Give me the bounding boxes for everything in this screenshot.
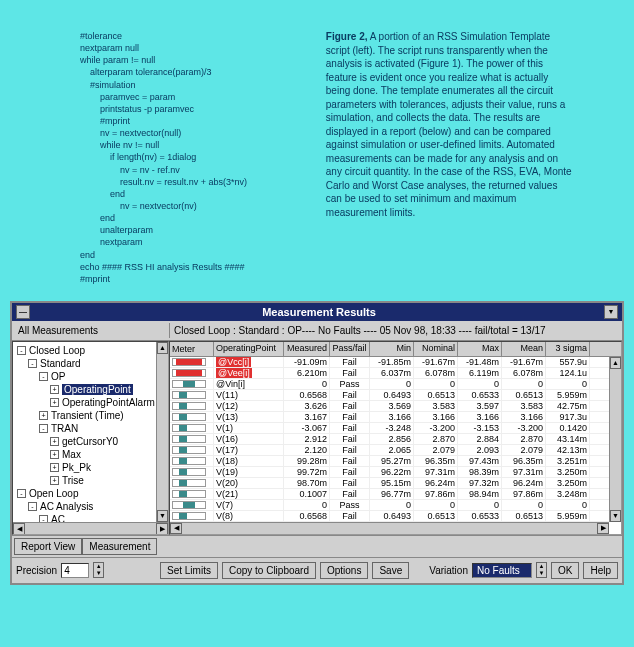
cell: 917.3u [546, 412, 590, 422]
column-header[interactable]: 3 sigma [546, 342, 590, 356]
set-limits-button[interactable]: Set Limits [160, 562, 218, 579]
tree-node[interactable]: +Trise [15, 474, 166, 487]
expand-collapse-icon[interactable]: + [50, 437, 59, 446]
scroll-up-icon[interactable]: ▲ [610, 357, 621, 369]
tree-node[interactable]: -Open Loop [15, 487, 166, 500]
column-header[interactable]: Pass/fail [330, 342, 370, 356]
cell: 97.43m [458, 456, 502, 466]
cell: 3.251m [546, 456, 590, 466]
expand-collapse-icon[interactable]: + [50, 385, 59, 394]
table-row[interactable]: V(11)0.6568Fail0.64930.65130.65330.65135… [170, 390, 609, 401]
expand-collapse-icon[interactable]: - [28, 359, 37, 368]
expand-collapse-icon[interactable]: - [39, 372, 48, 381]
tree-label: TRAN [51, 423, 78, 434]
results-grid[interactable]: MeterOperatingPointMeasuredPass/failMinN… [169, 341, 622, 535]
column-header[interactable]: Min [370, 342, 414, 356]
tree-node[interactable]: -AC Analysis [15, 500, 166, 513]
titlebar-dropdown-icon[interactable]: ▼ [604, 305, 618, 319]
tree-label: OperatingPoint [62, 384, 133, 395]
column-header[interactable]: OperatingPoint [214, 342, 284, 356]
table-row[interactable]: V(19)99.72mFail96.22m97.31m98.39m97.31m3… [170, 467, 609, 478]
tree-node[interactable]: -Standard [15, 357, 166, 370]
tree-node[interactable]: +Pk_Pk [15, 461, 166, 474]
tree-node[interactable]: +getCursorY0 [15, 435, 166, 448]
ok-button[interactable]: OK [551, 562, 579, 579]
cell: 6.078m [414, 368, 458, 378]
cell: 2.856 [370, 434, 414, 444]
tree-node[interactable]: +Transient (Time) [15, 409, 166, 422]
table-row[interactable]: V(16)2.912Fail2.8562.8702.8842.87043.14m [170, 434, 609, 445]
variation-spinner[interactable]: ▲▼ [536, 562, 547, 578]
table-row[interactable]: V(21)0.1007Fail96.77m97.86m98.94m97.86m3… [170, 489, 609, 500]
copy-clipboard-button[interactable]: Copy to Clipboard [222, 562, 316, 579]
table-row[interactable]: V(8)0.6568Fail0.64930.65130.65330.65135.… [170, 511, 609, 522]
op-cell: V(7) [214, 500, 284, 510]
tree-hscrollbar[interactable]: ◀ ▶ [13, 522, 168, 534]
cell: -91.67m [414, 357, 458, 367]
expand-collapse-icon[interactable]: - [28, 502, 37, 511]
save-button[interactable]: Save [372, 562, 409, 579]
scroll-right-icon[interactable]: ▶ [597, 523, 609, 534]
tree-label: getCursorY0 [62, 436, 118, 447]
op-cell: V(17) [214, 445, 284, 455]
table-row[interactable]: V(12)3.626Fail3.5693.5833.5973.58342.75m [170, 401, 609, 412]
cell: 2.870 [502, 434, 546, 444]
expand-collapse-icon[interactable]: + [39, 411, 48, 420]
cell: 95.15m [370, 478, 414, 488]
tree-node[interactable]: -Closed Loop [15, 344, 166, 357]
scroll-left-icon[interactable]: ◀ [170, 523, 182, 534]
expand-collapse-icon[interactable]: - [17, 489, 26, 498]
table-row[interactable]: @Vee[i]6.210mFail6.037m6.078m6.119m6.078… [170, 368, 609, 379]
tree-vscrollbar[interactable]: ▲ ▼ [156, 342, 168, 522]
precision-spinner[interactable]: ▲▼ [93, 562, 104, 578]
help-button[interactable]: Help [583, 562, 618, 579]
table-row[interactable]: @Vcc[i]-91.09mFail-91.85m-91.67m-91.48m-… [170, 357, 609, 368]
table-row[interactable]: V(18)99.28mFail95.27m96.35m97.43m96.35m3… [170, 456, 609, 467]
meter-bar-icon [172, 380, 206, 388]
table-row[interactable]: @Vin[i]0Pass00000 [170, 379, 609, 390]
tree-node[interactable]: -TRAN [15, 422, 166, 435]
expand-collapse-icon[interactable]: + [50, 463, 59, 472]
column-header[interactable]: Measured [284, 342, 330, 356]
cell: Fail [330, 467, 370, 477]
scroll-down-icon[interactable]: ▼ [157, 510, 168, 522]
table-row[interactable]: V(20)98.70mFail95.15m96.24m97.32m96.24m3… [170, 478, 609, 489]
table-row[interactable]: V(1)-3.067Fail-3.248-3.200-3.153-3.2000.… [170, 423, 609, 434]
table-row[interactable]: V(13)3.167Fail3.1663.1663.1663.166917.3u [170, 412, 609, 423]
column-header[interactable]: Mean [502, 342, 546, 356]
scroll-right-icon[interactable]: ▶ [156, 523, 168, 535]
cell: 0.6513 [502, 390, 546, 400]
cell: 3.597 [458, 401, 502, 411]
variation-value[interactable]: No Faults [472, 563, 532, 578]
table-row[interactable]: V(17)2.120Fail2.0652.0792.0932.07942.13m [170, 445, 609, 456]
cell: 42.13m [546, 445, 590, 455]
scroll-down-icon[interactable]: ▼ [610, 510, 621, 522]
tree-node[interactable]: +OperatingPointAlarm [15, 396, 166, 409]
precision-input[interactable] [61, 563, 89, 578]
cell: 3.167 [284, 412, 330, 422]
grid-hscrollbar[interactable]: ◀▶ [170, 522, 609, 534]
scroll-left-icon[interactable]: ◀ [13, 523, 25, 535]
expand-collapse-icon[interactable]: + [50, 450, 59, 459]
column-header[interactable]: Meter [170, 342, 214, 356]
grid-vscrollbar[interactable]: ▲▼ [609, 357, 621, 522]
measurement-tab[interactable]: Measurement [82, 538, 157, 555]
report-view-tab[interactable]: Report View [14, 538, 82, 555]
op-cell: V(1) [214, 423, 284, 433]
measurement-tree[interactable]: -Closed Loop-Standard-OP+OperatingPoint+… [12, 341, 169, 535]
column-header[interactable]: Nominal [414, 342, 458, 356]
options-button[interactable]: Options [320, 562, 368, 579]
tree-node[interactable]: +OperatingPoint [15, 383, 166, 396]
cell: 124.1u [546, 368, 590, 378]
tree-node[interactable]: -OP [15, 370, 166, 383]
scroll-up-icon[interactable]: ▲ [157, 342, 168, 354]
system-menu-icon[interactable]: — [16, 305, 30, 319]
tree-node[interactable]: +Max [15, 448, 166, 461]
expand-collapse-icon[interactable]: - [17, 346, 26, 355]
expand-collapse-icon[interactable]: - [39, 424, 48, 433]
table-row[interactable]: V(7)0Pass00000 [170, 500, 609, 511]
cell: -3.200 [502, 423, 546, 433]
expand-collapse-icon[interactable]: + [50, 398, 59, 407]
column-header[interactable]: Max [458, 342, 502, 356]
expand-collapse-icon[interactable]: + [50, 476, 59, 485]
